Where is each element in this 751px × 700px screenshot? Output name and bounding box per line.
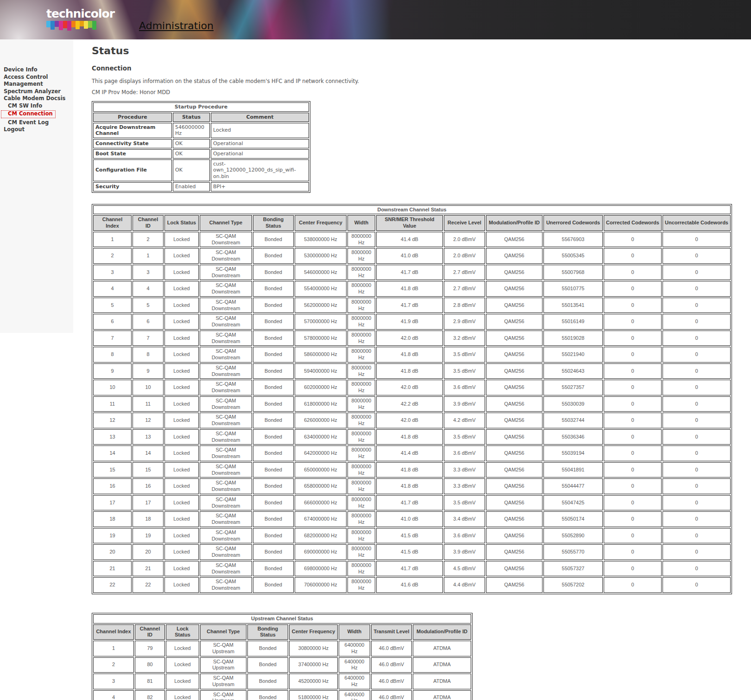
sidebar-item-logout[interactable]: Logout [0, 126, 73, 134]
table-cell: Bonded [253, 462, 294, 478]
table-row: 1515LockedSC-QAM DownstreamBonded6500000… [93, 462, 731, 478]
table-cell: Bonded [253, 528, 294, 544]
table-cell: 0 [604, 232, 662, 248]
table-cell: 3.9 dBmV [444, 396, 485, 412]
table-cell: 0 [663, 396, 731, 412]
table-row: 33LockedSC-QAM DownstreamBonded546000000… [93, 265, 731, 280]
table-cell: 642000000 Hz [295, 445, 347, 461]
table-cell: SC-QAM Upstream [200, 690, 246, 700]
table-cell: Locked [164, 232, 199, 248]
table-cell: Locked [164, 528, 199, 544]
table-cell: SC-QAM Downstream [200, 462, 252, 478]
table-cell: 1 [93, 232, 132, 248]
table-cell: SC-QAM Downstream [200, 248, 252, 264]
table-cell: 4.4 dBmV [444, 577, 485, 593]
table-cell: 0 [604, 544, 662, 560]
table-row: SecurityEnabledBPI+ [93, 182, 309, 191]
table-cell: 2 [133, 232, 164, 248]
table-cell: Bonded [247, 690, 288, 700]
table-cell: 51800000 Hz [289, 690, 338, 700]
table-cell: SC-QAM Downstream [200, 528, 252, 544]
table-cell: 0 [604, 331, 662, 346]
table-cell: QAM256 [486, 544, 543, 560]
sidebar-item-cm-connection[interactable]: CM Connection [0, 109, 73, 119]
table-cell: 0 [663, 380, 731, 395]
table-cell: Enabled [173, 182, 210, 191]
table-cell: ATDMA [413, 674, 471, 689]
table-cell: 3.9 dBmV [444, 544, 485, 560]
table-cell: 8000000 Hz [347, 478, 375, 494]
table-cell: 2.0 dBmV [444, 232, 485, 248]
table-cell: Locked [164, 429, 199, 445]
table-cell: 3.6 dBmV [444, 528, 485, 544]
table-cell: 0 [604, 495, 662, 511]
table-row: Acquire Downstream Channel546000000 HzLo… [93, 123, 309, 139]
table-cell: 41.8 dB [376, 462, 443, 478]
table-cell: 4 [93, 281, 132, 297]
table-cell: QAM256 [486, 363, 543, 379]
sidebar-item-cm-sw-info[interactable]: CM SW Info [0, 102, 73, 110]
table-cell: 0 [604, 363, 662, 379]
table-cell: 46.0 dBmV [371, 657, 412, 673]
table-cell: Bonded [253, 561, 294, 577]
sidebar-item-management[interactable]: Management [0, 81, 73, 88]
table-cell: SC-QAM Downstream [200, 561, 252, 577]
column-header: Channel Type [200, 215, 252, 231]
table-cell: Locked [164, 314, 199, 330]
table-cell: 0 [663, 544, 731, 560]
table-cell: 10 [93, 380, 132, 395]
table-cell: Locked [164, 331, 199, 346]
downstream-channel-status-table: Downstream Channel Status Channel IndexC… [92, 204, 732, 594]
table-cell: 6400000 Hz [339, 674, 370, 689]
table-cell: 8000000 Hz [347, 511, 375, 527]
table-cell: Bonded [253, 347, 294, 363]
table-cell: Bonded [253, 429, 294, 445]
logo-bar [50, 21, 55, 30]
table-row: 2020LockedSC-QAM DownstreamBonded6900000… [93, 544, 731, 560]
table-cell: 0 [663, 363, 731, 379]
table-cell: 19 [133, 528, 164, 544]
sidebar-item-cm-event-log[interactable]: CM Event Log [0, 119, 73, 127]
sidebar-item-spectrum-analyzer[interactable]: Spectrum Analyzer [0, 88, 73, 95]
table-cell: Locked [164, 363, 199, 379]
table-cell: QAM256 [486, 528, 543, 544]
sidebar-item-device-info[interactable]: Device Info [0, 66, 73, 74]
table-cell: 634000000 Hz [295, 429, 347, 445]
technicolor-logo: technicolor [46, 8, 114, 31]
sidebar-item-access-control[interactable]: Access Control [0, 74, 73, 81]
table-cell: Bonded [253, 281, 294, 297]
section-title: Connection [92, 64, 751, 72]
table-cell: Bonded [253, 511, 294, 527]
table-cell: 2.7 dBmV [444, 281, 485, 297]
table-cell: cust-own_120000_12000_ds_sip_wifi-on.bin [211, 159, 309, 181]
table-cell: 4 [133, 281, 164, 297]
administration-link[interactable]: Administration [139, 20, 214, 32]
column-header: Modulation/Profile ID [413, 624, 471, 640]
table-cell: 530000000 Hz [295, 248, 347, 264]
sidebar-item-cable-modem-docsis[interactable]: Cable Modem Docsis [0, 95, 73, 102]
table-row: 2222LockedSC-QAM DownstreamBonded7060000… [93, 577, 731, 593]
table-cell: 8000000 Hz [347, 347, 375, 363]
table-cell: 8000000 Hz [347, 363, 375, 379]
column-header: Comment [211, 113, 309, 122]
table-row: 1616LockedSC-QAM DownstreamBonded6580000… [93, 478, 731, 494]
table-title-row: Upstream Channel Status [93, 614, 471, 624]
logo-bar [63, 21, 67, 28]
column-header: Channel ID [135, 624, 165, 640]
table-row: 21LockedSC-QAM DownstreamBonded530000000… [93, 248, 731, 264]
table-cell: Locked [166, 657, 199, 673]
table-cell: 0 [604, 298, 662, 313]
table-cell: 46.0 dBmV [371, 641, 412, 656]
table-cell: 0 [663, 232, 731, 248]
logo-wordmark: technicolor [46, 8, 114, 19]
table-cell: 41.4 dB [376, 232, 443, 248]
table-cell: 41.5 dB [376, 544, 443, 560]
table-cell: Locked [164, 380, 199, 395]
table-cell: 13 [93, 429, 132, 445]
table-cell: 55005345 [543, 248, 603, 264]
table-cell: 554000000 Hz [295, 281, 347, 297]
table-cell: 30800000 Hz [289, 641, 338, 656]
table-cell: QAM256 [486, 462, 543, 478]
table-cell: SC-QAM Downstream [200, 298, 252, 313]
table-cell: 8000000 Hz [347, 314, 375, 330]
